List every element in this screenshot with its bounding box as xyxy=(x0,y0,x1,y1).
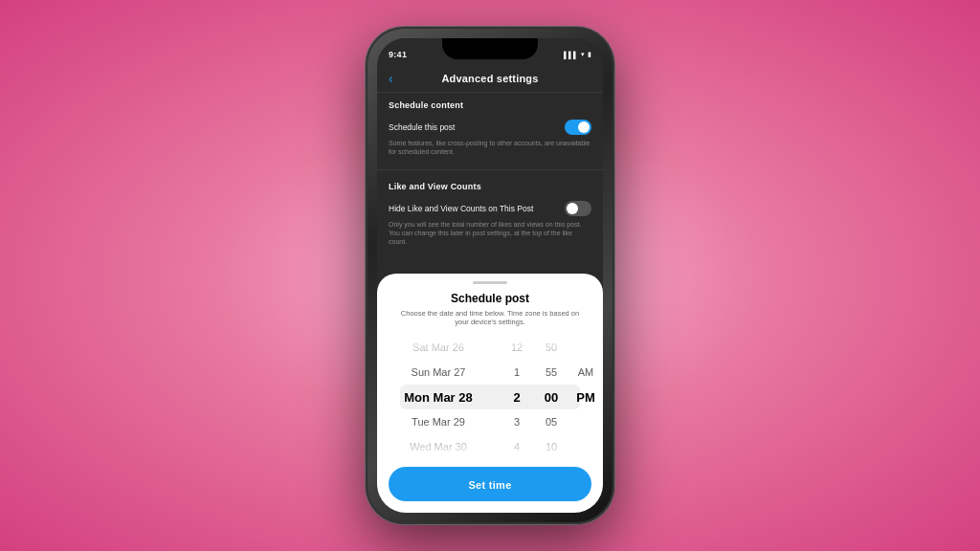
sheet-handle xyxy=(473,281,507,284)
phone-screen: 9:41 ▌▌▌ ▾ ▮ ‹ Advanced settings Schedul… xyxy=(377,38,603,513)
picker-item: 12 xyxy=(500,335,534,360)
counts-toggle[interactable] xyxy=(565,201,591,216)
picker-item: 4 xyxy=(500,434,534,459)
wifi-icon: ▾ xyxy=(581,51,585,58)
set-time-button[interactable]: Set time xyxy=(389,467,591,501)
counts-helper-text: Only you will see the total number of li… xyxy=(389,220,591,246)
picker-item: 10 xyxy=(534,434,568,459)
status-time: 9:41 xyxy=(389,50,407,59)
phone-frame: 9:41 ▌▌▌ ▾ ▮ ‹ Advanced settings Schedul… xyxy=(366,27,614,524)
section-divider xyxy=(377,169,603,170)
picker-item: Tue Mar 29 xyxy=(377,409,500,434)
picker-item: 1 xyxy=(500,360,534,385)
schedule-bottom-sheet: Schedule post Choose the date and time b… xyxy=(377,274,603,514)
page-title: Advanced settings xyxy=(441,73,538,84)
picker-item: Sun Mar 27 xyxy=(377,360,500,385)
picker-item xyxy=(568,409,603,434)
hour-picker-col[interactable]: 11 12 1 2 3 4 5 xyxy=(500,335,534,459)
date-time-picker[interactable]: Fri Mar 25 Sat Mar 26 Sun Mar 27 Mon Mar… xyxy=(377,335,603,459)
picker-item-selected: 2 xyxy=(500,385,534,409)
schedule-toggle[interactable] xyxy=(565,120,591,135)
sheet-subtitle: Choose the date and time below. Time zon… xyxy=(377,309,603,328)
picker-item: 55 xyxy=(534,360,568,385)
set-time-label: Set time xyxy=(468,479,511,491)
picker-item-selected: PM xyxy=(568,385,603,409)
picker-item: 05 xyxy=(534,409,568,434)
screen-header: ‹ Advanced settings xyxy=(377,65,603,93)
notch xyxy=(442,38,538,59)
picker-item: 3 xyxy=(500,409,534,434)
counts-toggle-label: Hide Like and View Counts on This Post xyxy=(389,204,565,213)
back-button[interactable]: ‹ xyxy=(389,71,393,86)
battery-icon: ▮ xyxy=(588,51,591,58)
counts-toggle-row: Hide Like and View Counts on This Post xyxy=(389,197,591,220)
status-icons: ▌▌▌ ▾ ▮ xyxy=(564,51,591,58)
schedule-toggle-row: Schedule this post xyxy=(389,116,591,139)
picker-item: Sat Mar 26 xyxy=(377,335,500,360)
settings-content: ‹ Advanced settings Schedule content Sch… xyxy=(377,65,603,513)
schedule-helper-text: Some features, like cross-posting to oth… xyxy=(389,139,591,156)
sheet-title: Schedule post xyxy=(377,292,603,305)
picker-item: Wed Mar 30 xyxy=(377,434,500,459)
ampm-picker-col[interactable]: AM PM xyxy=(568,335,603,459)
picker-item: AM xyxy=(568,360,603,385)
picker-item xyxy=(568,335,603,360)
schedule-toggle-label: Schedule this post xyxy=(389,122,565,132)
signal-icon: ▌▌▌ xyxy=(564,52,578,58)
picker-item-selected: Mon Mar 28 xyxy=(377,385,500,409)
schedule-section: Schedule content Schedule this post Some… xyxy=(377,93,603,165)
counts-section-label: Like and View Counts xyxy=(389,182,591,191)
minute-picker-col[interactable]: 45 50 55 00 05 10 15 xyxy=(534,335,568,459)
picker-item: 50 xyxy=(534,335,568,360)
picker-item-selected: 00 xyxy=(534,385,568,409)
counts-section: Like and View Counts Hide Like and View … xyxy=(377,174,603,255)
picker-item xyxy=(568,434,603,459)
date-picker-col[interactable]: Fri Mar 25 Sat Mar 26 Sun Mar 27 Mon Mar… xyxy=(377,335,500,459)
schedule-section-label: Schedule content xyxy=(389,100,591,110)
